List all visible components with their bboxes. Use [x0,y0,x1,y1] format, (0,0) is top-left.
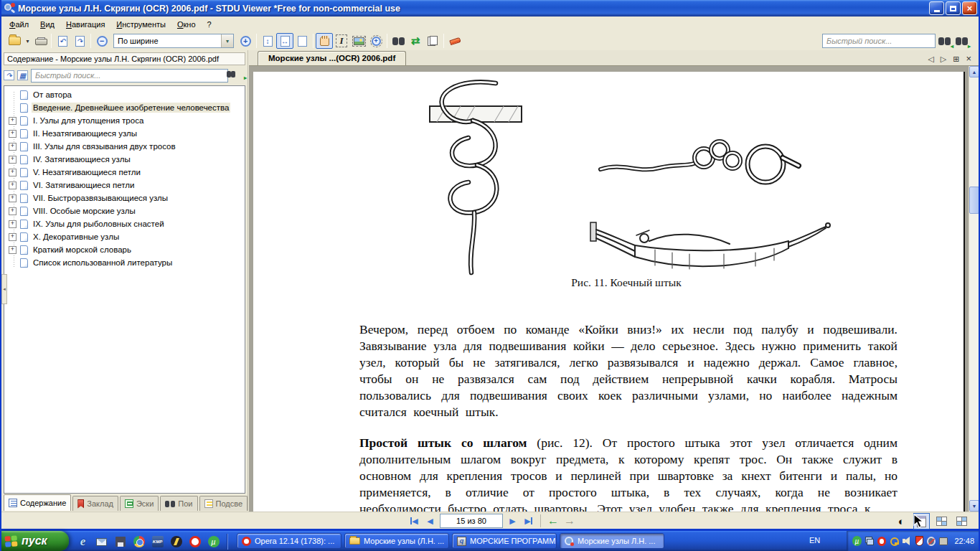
tray-blocked-icon[interactable] [927,537,936,546]
split-view-button[interactable] [933,513,950,529]
expander-icon[interactable] [9,233,17,241]
expander-icon[interactable] [9,182,17,189]
toc-item[interactable]: V. Незатягивающиеся петли [4,166,245,179]
scrollbar-thumb[interactable] [969,187,979,214]
collapse-all-icon[interactable]: ▦ [17,70,28,80]
start-button[interactable]: пуск [0,531,69,551]
utorrent-icon[interactable]: µ [207,535,220,549]
scroll-up-button[interactable]: ▲ [969,66,979,77]
task-opera[interactable]: Opera 12.14 (1738): ... [237,533,341,549]
tray-opera-icon[interactable] [877,537,886,546]
opera-icon[interactable] [188,535,202,549]
expander-icon[interactable] [9,143,17,151]
split-view-alt-button[interactable] [953,513,970,529]
minimize-button[interactable] [929,1,944,15]
toc-item[interactable]: Список использованной литературы [4,256,245,269]
previous-page-button[interactable]: ◀ [423,514,438,528]
tab-search[interactable]: Пои [160,496,197,511]
close-button[interactable]: × [962,1,977,15]
expander-icon[interactable] [9,117,17,125]
fit-width-button[interactable]: ↔ [276,33,293,49]
menu-tools[interactable]: Инструменты [110,18,171,31]
zoom-select-caret[interactable]: ▾ [221,34,233,47]
toc-item[interactable]: VII. Быстроразвязывающиеся узлы [4,192,245,204]
find-previous-button[interactable]: ◂ [936,33,953,49]
sidebar-quick-search-input[interactable] [31,69,228,83]
tray-volume-icon[interactable] [903,537,912,545]
flashget-icon[interactable] [169,535,183,549]
tab-scroll-right-button[interactable]: ▷ [941,55,946,62]
floppy-save-icon[interactable] [113,535,127,549]
find-next-button[interactable]: ▸ [953,33,970,49]
rotate-left-button[interactable]: ↶ [54,33,71,49]
open-file-button[interactable] [6,33,23,49]
sidebar-find-button[interactable]: ▸ [231,71,245,80]
toc-item[interactable]: III. Узлы для связывания двух тросов [4,140,245,153]
menu-navigation[interactable]: Навигация [60,18,110,31]
page-number-input[interactable] [440,514,503,528]
zoom-level-select[interactable]: По ширине ▾ [113,34,234,48]
highlight-button[interactable] [446,33,463,49]
toc-item[interactable]: От автора [4,88,245,101]
brightness-button[interactable]: ◐ [893,513,910,529]
task-folder[interactable]: Морские узлы (Л.Н. ... [344,533,449,549]
task-programs-folder[interactable]: qМОРСКИЕ ПРОГРАММЫ [452,533,557,549]
expander-icon[interactable] [9,194,17,202]
zoom-region-button[interactable]: + [367,33,385,49]
kmplayer-icon[interactable]: KMP [151,535,164,549]
toc-item[interactable]: VI. Затягивающиеся петли [4,179,245,192]
hand-tool-button[interactable] [316,33,333,49]
tray-antivirus-icon[interactable] [915,536,923,546]
tab-scroll-left-button[interactable]: ◁ [928,55,933,62]
toc-item-selected[interactable]: Введение. Древнейшее изобретение человеч… [4,101,245,114]
toolbar-quick-search-input[interactable] [822,34,936,48]
toc-item[interactable]: IV. Затягивающиеся узлы [4,153,245,166]
print-button[interactable] [32,33,49,49]
chrome-icon[interactable] [132,535,146,549]
expander-icon[interactable] [9,246,17,254]
expander-icon[interactable] [9,169,17,176]
expander-icon[interactable] [9,220,17,228]
task-stdu-viewer[interactable]: Морские узлы Л.Н. ... [560,533,664,549]
menu-window[interactable]: Окно [171,18,202,31]
expander-icon[interactable] [9,207,17,215]
rotate-right-button[interactable]: ↷ [71,33,88,49]
table-of-contents-tree[interactable]: От автора Введение. Древнейшее изобретен… [4,85,245,494]
internet-explorer-icon[interactable]: e [76,535,90,549]
maximize-button[interactable] [946,1,961,15]
toc-item[interactable]: II. Незатягивающиеся узлы [4,127,245,140]
tab-thumbnails[interactable]: Эски [120,496,159,511]
tab-bookmarks[interactable]: Заклад [72,496,118,511]
mail-icon[interactable] [95,535,108,549]
tab-highlights[interactable]: Подсве [199,496,248,511]
tray-display-icon[interactable] [939,537,948,545]
toc-item[interactable]: VIII. Особые морские узлы [4,204,245,217]
menu-view[interactable]: Вид [34,18,60,31]
next-page-button[interactable]: ▶ [505,514,520,528]
expand-branch-icon[interactable]: ↷ [4,70,14,80]
menu-help[interactable]: ? [202,18,217,31]
tab-contents[interactable]: Содержание [4,494,71,511]
toc-item[interactable]: IX. Узлы для рыболовных снастей [4,217,245,230]
history-forward-button[interactable]: → [562,514,578,528]
tray-utorrent-icon[interactable]: µ [852,536,862,546]
scroll-down-button[interactable]: ▼ [969,500,979,512]
tray-network-icon[interactable] [865,537,875,545]
first-page-button[interactable]: ◀ [407,514,422,528]
open-file-dropdown[interactable]: ▾ [23,33,32,49]
copy-button[interactable] [424,33,441,49]
zoom-in-button[interactable]: + [237,33,254,49]
fit-page-button[interactable] [293,33,311,49]
language-indicator[interactable]: EN [809,536,820,545]
toc-item[interactable]: I. Узлы для утолщения троса [4,114,245,127]
toc-item[interactable]: Краткий морской словарь [4,243,245,256]
sidebar-collapse-handle[interactable]: ◂ [1,274,7,304]
zoom-out-button[interactable]: − [93,33,110,49]
search-button[interactable] [390,33,407,49]
fit-height-button[interactable]: ↕ [259,33,276,49]
history-back-button[interactable]: ← [545,514,561,528]
document-view[interactable]: Рис. 11. Коечный штык Вечером, перед отб… [249,66,979,512]
expander-icon[interactable] [9,156,17,164]
vertical-scrollbar[interactable]: ▲ ▼ [969,66,979,512]
menu-file[interactable]: Файл [4,18,34,31]
